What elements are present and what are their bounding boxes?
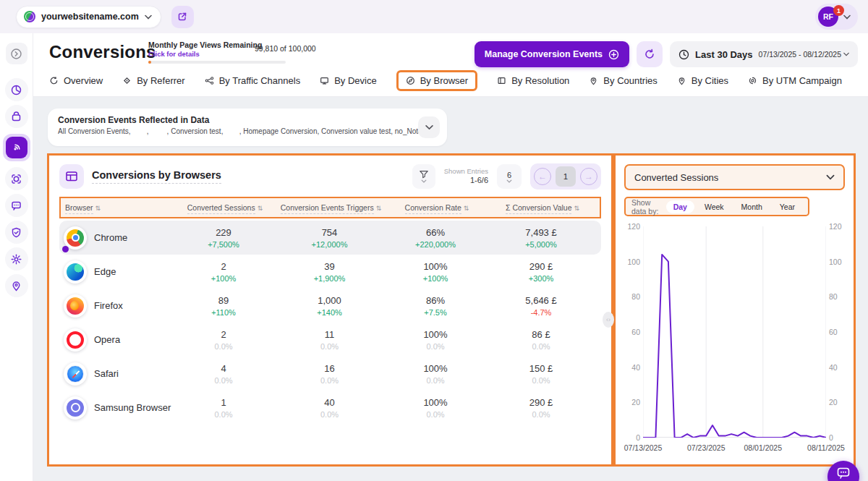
cell-delta: +5,000% (488, 240, 594, 249)
page-title: Conversions (49, 42, 156, 62)
sidebar-item-settings[interactable] (5, 247, 28, 271)
column-header-converted-sessions[interactable]: Converted Sessions⇅ (172, 203, 278, 212)
pie-chart-icon (10, 84, 22, 96)
filter-funnel-icon (419, 170, 429, 179)
x-tick-label: 08/11/2025 (807, 443, 845, 452)
cell-delta: +7,500% (171, 240, 276, 249)
sidebar-item-session-recordings[interactable] (5, 167, 28, 190)
table-title: Conversions by Browsers (92, 169, 221, 184)
prev-page-button[interactable]: ← (534, 168, 551, 185)
cell-value: 39 (276, 261, 383, 272)
browser-name: Samsung Browser (94, 402, 171, 413)
column-header-conversion-value[interactable]: Σ Conversion Value⇅ (490, 203, 595, 212)
y-tick-label: 0 (829, 433, 833, 442)
location-pin-icon (10, 280, 22, 292)
sidebar-item-conversions[interactable] (3, 134, 30, 161)
tab-by-utm-campaign[interactable]: By UTM Campaign (748, 75, 842, 86)
focus-camera-icon (10, 173, 22, 185)
tab-by-device[interactable]: By Device (320, 75, 377, 86)
account-menu[interactable]: RF 1 (815, 4, 858, 30)
browser-name: Firefox (94, 300, 123, 311)
cell-value: 89 (171, 295, 276, 306)
sidebar-item-ecommerce[interactable] (5, 105, 28, 128)
chart-panel: Converted Sessions Show data by: Day Wee… (613, 153, 856, 467)
table-row[interactable]: Safari40.0%160.0%100%0.0%150 £0.0% (59, 357, 601, 391)
y-tick-label: 20 (829, 398, 838, 406)
plus-circle-icon (608, 49, 619, 60)
show-data-by-label: Show data by: (631, 198, 662, 216)
next-page-button[interactable]: → (580, 168, 597, 185)
cell-value: 86% (383, 295, 488, 306)
date-range-picker[interactable]: Last 30 Days 07/13/2025 - 08/12/2025 (670, 41, 858, 67)
manage-conversion-events-button[interactable]: Manage Conversion Events (475, 41, 629, 67)
chevron-down-icon (145, 14, 152, 20)
table-row[interactable]: Samsung Browser10.0%400.0%100%0.0%290 £0… (59, 391, 601, 425)
column-header-browser[interactable]: Browser⇅ (61, 203, 172, 212)
browser-name: Safari (94, 368, 119, 379)
conversions-target-icon (10, 142, 22, 154)
cell-delta: 0.0% (171, 342, 276, 351)
page-size-value: 6 (507, 171, 511, 179)
browser-name: Edge (94, 266, 116, 277)
website-selector[interactable]: yourwebsitename.com (16, 6, 161, 28)
tab-by-traffic-channels[interactable]: By Traffic Channels (205, 75, 300, 86)
tab-overview[interactable]: Overview (49, 75, 103, 86)
tab-by-resolution[interactable]: By Resolution (497, 75, 569, 86)
metric-select-value: Converted Sessions (634, 172, 718, 183)
shown-entries-label: Shown Entries (444, 167, 488, 176)
gear-icon (10, 253, 22, 265)
active-row-marker (62, 246, 69, 252)
utm-campaign-icon (748, 76, 757, 85)
safari-icon (64, 362, 87, 386)
quota-value: 99,810 of 100,000 (255, 44, 316, 53)
tab-by-cities[interactable]: By Cities (677, 75, 728, 86)
cell-value: 100% (383, 261, 488, 272)
y-tick-label: 80 (829, 292, 838, 301)
cell-value: 1,000 (276, 295, 383, 306)
sidebar-item-dashboard[interactable] (5, 78, 28, 101)
panel-resize-handle[interactable]: ‹› (603, 312, 614, 328)
cell-value: 1 (171, 397, 276, 408)
cell-delta: 0.0% (488, 342, 594, 351)
open-website-button[interactable] (171, 6, 194, 28)
page-size-select[interactable]: 6 (497, 164, 522, 189)
cell-delta: 0.0% (276, 342, 383, 351)
tab-label: By Countries (603, 75, 657, 86)
sidebar-collapse-button[interactable] (6, 43, 27, 64)
table-row[interactable]: Chrome229+7,500%754+12,000%66%+220,000%7… (59, 221, 601, 255)
sidebar-item-privacy[interactable] (5, 221, 28, 244)
tab-by-countries[interactable]: By Countries (589, 75, 657, 86)
column-header-conversion-rate[interactable]: Conversion Rate⇅ (384, 203, 490, 212)
shown-entries: Shown Entries 1-6/6 (444, 167, 488, 186)
granularity-year[interactable]: Year (773, 200, 802, 213)
tab-by-referrer[interactable]: By Referrer (122, 75, 184, 86)
current-page[interactable]: 1 (556, 166, 576, 187)
sidebar (0, 33, 33, 481)
filter-button[interactable] (412, 164, 435, 189)
sidebar-item-feedback[interactable] (5, 194, 28, 217)
firefox-icon (64, 294, 87, 318)
table-row[interactable]: Edge2+100%39+1,900%100%+100%290 £+300% (59, 255, 601, 289)
events-banner-expand-button[interactable] (418, 116, 440, 138)
tab-label: By UTM Campaign (762, 75, 842, 86)
top-bar: yourwebsitename.com RF 1 (0, 0, 868, 33)
cities-pin-icon (677, 76, 686, 85)
traffic-channels-icon (205, 76, 214, 85)
column-header-conversion-events-triggers[interactable]: Conversion Events Triggers⇅ (278, 203, 384, 212)
website-favicon-icon (24, 11, 35, 22)
cell-delta: +100% (171, 274, 276, 283)
metric-select[interactable]: Converted Sessions (624, 164, 845, 190)
granularity-month[interactable]: Month (734, 200, 770, 213)
cell-delta: 0.0% (383, 410, 488, 419)
granularity-week[interactable]: Week (697, 200, 731, 213)
x-axis-labels: 07/13/202507/23/202508/01/202508/11/2025 (624, 443, 845, 454)
tab-label: By Browser (420, 75, 468, 86)
sidebar-item-locations[interactable] (5, 274, 28, 297)
tab-label: By Referrer (137, 75, 184, 86)
refresh-button[interactable] (637, 41, 663, 67)
samsung-icon (64, 396, 87, 420)
table-row[interactable]: Firefox89+110%1,000+140%86%+7.5%5,646 £-… (59, 289, 601, 323)
table-row[interactable]: Opera20.0%110.0%100%0.0%86 £0.0% (59, 323, 601, 357)
granularity-day[interactable]: Day (666, 200, 694, 213)
tab-by-browser[interactable]: By Browser (396, 70, 477, 91)
